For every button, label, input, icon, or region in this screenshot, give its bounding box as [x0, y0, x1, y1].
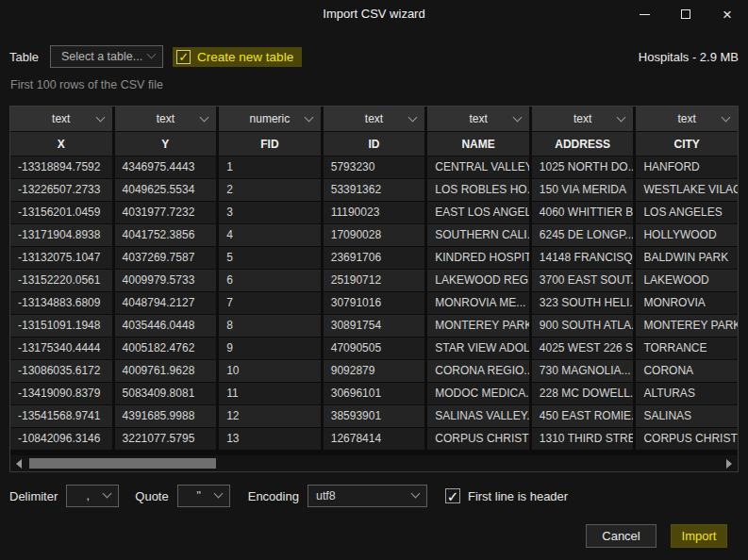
table-cell: 10 [219, 360, 321, 382]
create-new-table-option[interactable]: ✓ Create new table [173, 47, 302, 67]
csv-grid: texttextnumerictexttexttexttextXYFIDIDNA… [10, 107, 738, 450]
table-cell: MONTEREY PARK... [427, 315, 529, 337]
table-cell: -13175340.4444 [10, 338, 112, 359]
column-header-address: ADDRESS [532, 132, 634, 156]
table-cell: STAR VIEW ADOL... [427, 338, 529, 359]
scrollbar-thumb[interactable] [29, 458, 216, 469]
column-type-select-fid[interactable]: numeric [219, 107, 321, 131]
chevron-down-icon [722, 113, 731, 123]
window-controls: × [623, 0, 748, 28]
csv-options: Delimiter , Quote " Encoding utf8 ✓ Firs… [9, 484, 576, 508]
table-cell: 25190712 [324, 270, 425, 291]
table-cell: -13152220.0561 [10, 270, 112, 291]
file-info: Hospitals - 2.9 MB [639, 50, 739, 64]
table-cell: HANFORD [636, 156, 738, 178]
table-cell: 228 MC DOWELL... [532, 383, 634, 404]
table-cell: 53391362 [324, 179, 425, 201]
table-cell: 9 [219, 338, 321, 359]
table-cell: MONTEREY PARK [636, 315, 738, 337]
table-cell: MONROVIA [636, 292, 738, 314]
table-cell: ALTURAS [636, 383, 738, 404]
table-cell: 14148 FRANCISQ... [532, 247, 634, 269]
table-cell: CORONA [636, 360, 738, 382]
table-cell: CENTRAL VALLEY... [427, 156, 529, 178]
table-cell: 4041752.3856 [115, 224, 217, 246]
table-cell: WESTLAKE VILAGE [636, 179, 738, 201]
column-type-select-x[interactable]: text [10, 107, 112, 131]
table-cell: -13151091.1948 [10, 315, 112, 337]
table-cell: 4060 WHITTIER B... [532, 202, 634, 223]
table-cell: SALINAS [636, 405, 738, 427]
cancel-button[interactable]: Cancel [586, 524, 657, 548]
csv-preview-panel: texttextnumerictexttexttexttextXYFIDIDNA… [9, 106, 739, 472]
table-cell: -13541568.9741 [10, 405, 112, 427]
table-cell: 38593901 [324, 405, 425, 427]
table-label: Table [9, 50, 39, 64]
chevron-down-icon [512, 113, 522, 123]
scroll-right-icon[interactable] [726, 459, 732, 469]
table-cell: 450 EAST ROMIE... [532, 405, 634, 427]
table-cell: 8 [219, 315, 321, 337]
table-cell: 4009761.9628 [115, 360, 217, 382]
chevron-down-icon [304, 113, 313, 123]
table-cell: 1310 THIRD STRE... [532, 428, 634, 450]
first-line-header-checkbox[interactable]: ✓ [445, 488, 460, 503]
encoding-value: utf8 [308, 489, 426, 502]
column-type-select-address[interactable]: text [532, 107, 634, 131]
encoding-label: Encoding [248, 489, 299, 503]
table-cell: 323 SOUTH HELI... [532, 292, 634, 314]
table-cell: -13318894.7592 [10, 156, 112, 178]
table-cell: SOUTHERN CALI... [427, 224, 529, 246]
table-cell: 4035446.0448 [115, 315, 217, 337]
table-cell: 150 VIA MERIDA [532, 179, 634, 201]
table-cell: 6245 DE LONGP... [532, 224, 634, 246]
import-button[interactable]: Import [671, 524, 727, 548]
table-cell: 4037269.7587 [115, 247, 217, 269]
table-cell: 730 MAGNOLIA... [532, 360, 634, 382]
quote-label: Quote [135, 489, 168, 503]
delimiter-label: Delimiter [9, 489, 58, 503]
table-cell: -13132075.1047 [10, 247, 112, 269]
title-bar: Import CSV wizard × [0, 0, 748, 28]
quote-select[interactable]: " [177, 485, 230, 507]
table-cell: -13419090.8379 [10, 383, 112, 404]
scroll-left-icon[interactable] [16, 459, 22, 469]
chevron-down-icon [617, 113, 626, 123]
close-button[interactable]: × [706, 0, 748, 28]
table-cell: KINDRED HOSPIT... [427, 247, 529, 269]
table-cell: -13086035.6172 [10, 360, 112, 382]
column-type-select-city[interactable]: text [636, 107, 738, 131]
table-select[interactable]: Select a table... [50, 45, 163, 68]
table-cell: 4346975.4443 [115, 156, 217, 178]
maximize-button[interactable] [665, 0, 706, 28]
minimize-button[interactable] [623, 0, 665, 28]
table-cell: EAST LOS ANGEL... [427, 202, 529, 223]
table-cell: 4025 WEST 226 S... [532, 338, 634, 359]
table-cell: CORONA REGIO... [427, 360, 529, 382]
encoding-select[interactable]: utf8 [308, 485, 427, 507]
table-cell: 4049625.5534 [115, 179, 217, 201]
maximize-icon [681, 9, 690, 19]
chevron-down-icon [95, 113, 105, 123]
column-type-select-id[interactable]: text [324, 107, 425, 131]
check-icon: ✓ [447, 489, 459, 503]
table-cell: 2 [219, 179, 321, 201]
column-header-id: ID [324, 132, 425, 156]
table-cell: 1025 NORTH DO... [532, 156, 634, 178]
minimize-icon [640, 14, 650, 15]
table-cell: -13171904.8938 [10, 224, 112, 246]
column-type-select-name[interactable]: text [427, 107, 529, 131]
horizontal-scrollbar[interactable] [10, 455, 738, 471]
table-cell: 12678414 [324, 428, 425, 450]
delimiter-select[interactable]: , [66, 485, 119, 507]
close-icon: × [723, 7, 732, 23]
create-new-table-checkbox[interactable]: ✓ [176, 50, 191, 64]
column-type-select-y[interactable]: text [115, 107, 217, 131]
table-cell: CORPUS CHRISTI [636, 428, 738, 450]
chevron-down-icon [200, 113, 209, 123]
table-cell: 4391685.9988 [115, 405, 217, 427]
column-header-x: X [10, 132, 112, 156]
first-line-header-label: First line is header [468, 489, 568, 503]
table-cell: 13 [219, 428, 321, 450]
table-cell: MODOC MEDICA... [427, 383, 529, 404]
